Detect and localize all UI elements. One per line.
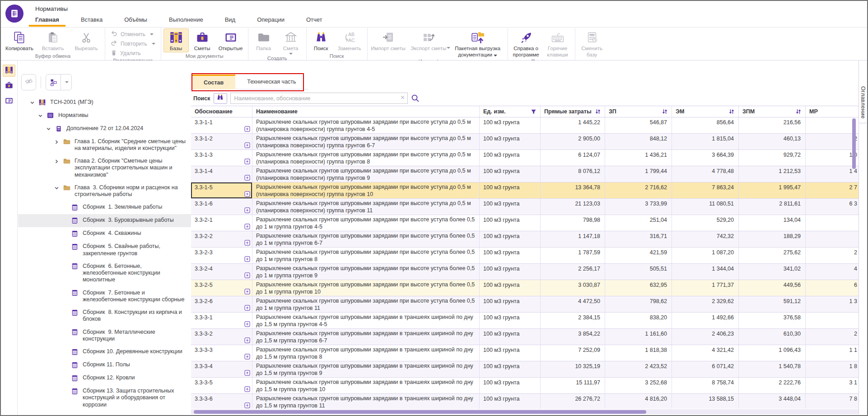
paste-button[interactable]: Вставить: [37, 28, 69, 52]
tree-item[interactable]: Сборник 7. Бетонные и железобетонные кон…: [18, 286, 191, 306]
table-row[interactable]: 3.3-2-2 Разрыхление скальных грунтов шпу…: [191, 231, 859, 248]
expand-icon[interactable]: [244, 354, 250, 360]
sort-icon[interactable]: [662, 108, 668, 115]
hide-panel-button[interactable]: [21, 74, 36, 90]
search-input[interactable]: [231, 93, 407, 103]
cell-obosnovanie[interactable]: 3.3-3-5: [191, 378, 252, 393]
create-estimate-button[interactable]: Смета: [278, 28, 304, 55]
cell-obosnovanie[interactable]: 3.3-1-3: [191, 150, 252, 166]
cell-obosnovanie[interactable]: 3.3-1-5: [191, 182, 252, 198]
expand-icon[interactable]: [244, 175, 250, 181]
column-header-zpm[interactable]: ЗПМ: [739, 106, 806, 117]
chevron-icon[interactable]: [61, 349, 68, 355]
app-logo-icon[interactable]: [5, 5, 23, 23]
table-row[interactable]: 3.3-2-5 Разрыхление скальных грунтов шпу…: [191, 280, 859, 296]
rail-opened-button[interactable]: [3, 95, 15, 108]
tree-item[interactable]: Сборник 9. Металлические конструкции: [18, 326, 191, 346]
ribbon-tab-vid[interactable]: Вид: [225, 16, 236, 27]
filter-icon[interactable]: [531, 109, 537, 115]
table-row[interactable]: 3.3-2-6 Разрыхление скальных грунтов шпу…: [191, 296, 859, 313]
tree-item[interactable]: Нормативы: [18, 109, 191, 122]
expand-icon[interactable]: [244, 240, 250, 246]
table-row[interactable]: 3.3-1-2 Разрыхление скальных грунтов шпу…: [191, 134, 859, 150]
cell-obosnovanie[interactable]: 3.3-1-4: [191, 166, 252, 182]
cell-obosnovanie[interactable]: 3.3-1-2: [191, 134, 252, 150]
tree-item[interactable]: Сборник 1. Земляные работы: [18, 201, 191, 214]
cell-obosnovanie[interactable]: 3.3-2-1: [191, 215, 252, 231]
expand-icon[interactable]: [244, 272, 250, 278]
expand-icon[interactable]: [244, 386, 250, 392]
run-search-icon[interactable]: [411, 94, 420, 103]
expand-icon[interactable]: [244, 224, 250, 229]
delete-button[interactable]: Удалить: [109, 49, 142, 57]
tab-tehnicheskaya-chast[interactable]: Техническая часть: [235, 75, 308, 89]
batch-export-button[interactable]: Пакетная выгрузка документации: [450, 28, 505, 58]
copy-button[interactable]: Копировать: [3, 28, 36, 52]
tree-item[interactable]: Сборник 8. Конструкции из кирпича и блок…: [18, 306, 191, 326]
search-scope-button[interactable]: [214, 93, 227, 104]
tree-item[interactable]: Глава 3. Сборники норм и расценок на стр…: [18, 181, 191, 201]
chevron-icon[interactable]: [61, 243, 68, 250]
expand-icon[interactable]: [244, 289, 250, 294]
vertical-scrollbar-thumb[interactable]: [852, 118, 856, 169]
chevron-icon[interactable]: [61, 329, 68, 336]
sort-icon[interactable]: [728, 108, 735, 115]
column-header-obosnovanie[interactable]: Обоснование: [191, 106, 252, 117]
chevron-icon[interactable]: [61, 263, 68, 270]
table-row[interactable]: 3.3-1-3 Разрыхление скальных грунтов шпу…: [191, 150, 859, 166]
ribbon-tab-vstavka[interactable]: Вставка: [81, 16, 103, 27]
tree-item[interactable]: Сборник 6. Бетонные, железобетонные конс…: [18, 260, 191, 286]
table-row[interactable]: 3.3-2-4 Разрыхление скальных грунтов шпу…: [191, 264, 859, 280]
table-row[interactable]: 3.3-3-2 Разрыхление скальных грунтов шпу…: [191, 329, 859, 345]
clear-search-icon[interactable]: ✕: [400, 95, 405, 100]
tree-view-caret-icon[interactable]: [61, 75, 71, 90]
tree-item[interactable]: Дополнение 72 от 12.04.2024: [18, 122, 191, 135]
toc-tab[interactable]: Оглавление: [859, 85, 867, 123]
chevron-icon[interactable]: [61, 290, 68, 297]
expand-icon[interactable]: [244, 337, 250, 343]
redo-caret-icon[interactable]: [152, 43, 155, 45]
column-header-naimenovanie[interactable]: Наименование: [252, 106, 480, 117]
export-estimate-button[interactable]: Экспорт сметы: [408, 28, 449, 54]
create-folder-button[interactable]: Папка: [251, 28, 277, 52]
cell-obosnovanie[interactable]: 3.3-3-6: [191, 394, 252, 409]
expand-icon[interactable]: [244, 402, 250, 408]
expand-icon[interactable]: [244, 191, 250, 197]
batch-export-caret-icon[interactable]: [494, 55, 497, 56]
horizontal-scrollbar-track[interactable]: [191, 409, 859, 414]
change-base-button[interactable]: Сменить базу: [578, 28, 607, 58]
expand-icon[interactable]: [244, 305, 250, 311]
expand-icon[interactable]: [244, 370, 250, 376]
expand-icon[interactable]: [244, 159, 250, 164]
ribbon-tab-glavnaya[interactable]: Главная: [35, 16, 59, 27]
table-row[interactable]: 3.3-3-6 Разрыхление скальных грунтов шпу…: [191, 394, 859, 409]
tree-item[interactable]: Глава 1. Сборник "Средние сметные цены н…: [18, 135, 191, 155]
rail-bases-button[interactable]: [3, 65, 15, 77]
cell-obosnovanie[interactable]: 3.3-3-2: [191, 329, 252, 345]
cell-obosnovanie[interactable]: 3.3-2-6: [191, 296, 252, 312]
tree-item[interactable]: Сборник 5. Свайные работы, закрепление г…: [18, 240, 191, 260]
chevron-icon[interactable]: [45, 126, 52, 132]
table-row[interactable]: 3.3-2-3 Разрыхление скальных грунтов шпу…: [191, 248, 859, 264]
table-row[interactable]: 3.3-3-3 Разрыхление скальных грунтов шпу…: [191, 345, 859, 361]
tree-item[interactable]: Глава 2. Сборник "Сметные цены эксплуата…: [18, 155, 191, 182]
cell-obosnovanie[interactable]: 3.3-1-6: [191, 199, 252, 215]
table-row[interactable]: 3.3-1-6 Разрыхление скальных грунтов шпу…: [191, 199, 859, 215]
chevron-icon[interactable]: [37, 112, 44, 119]
ribbon-tab-obyomy[interactable]: Объёмы: [124, 16, 147, 27]
cell-obosnovanie[interactable]: 3.3-1-1: [191, 117, 252, 133]
chevron-icon[interactable]: [61, 204, 68, 211]
column-header-mr[interactable]: МР: [806, 106, 859, 117]
replace-button[interactable]: ABAC Заменить: [334, 28, 365, 52]
chevron-icon[interactable]: [61, 230, 68, 237]
expand-icon[interactable]: [244, 207, 250, 213]
undo-caret-icon[interactable]: [150, 33, 154, 35]
tree-item[interactable]: Сборник 14. Конструкции в сельском строи…: [18, 411, 191, 414]
column-header-em[interactable]: ЭМ: [672, 106, 739, 117]
rail-estimates-button[interactable]: [3, 80, 15, 92]
tree-item[interactable]: Сборник 3. Буровзрывные работы: [18, 214, 191, 227]
chevron-icon[interactable]: [61, 375, 68, 382]
horizontal-scrollbar-thumb[interactable]: [194, 410, 646, 414]
cut-button[interactable]: Вырезать: [70, 28, 103, 52]
chevron-icon[interactable]: [61, 309, 68, 316]
